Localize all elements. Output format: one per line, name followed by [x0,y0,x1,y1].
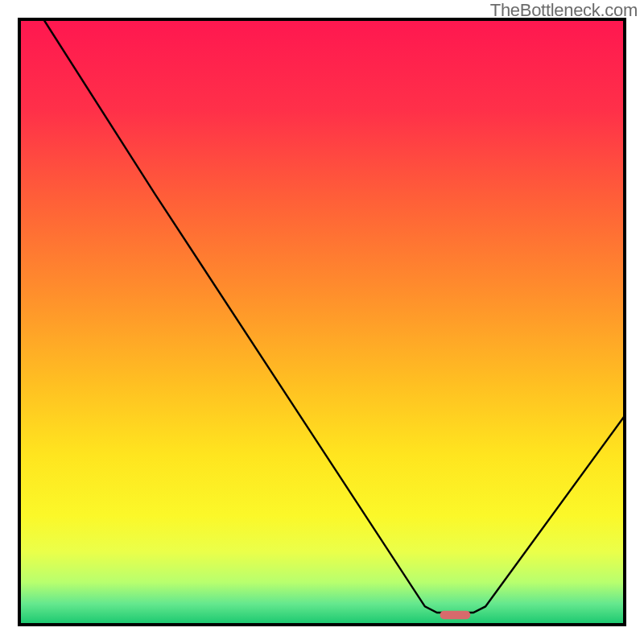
chart-container: TheBottleneck.com [0,0,644,644]
plot-area [19,19,625,625]
watermark-text: TheBottleneck.com [490,0,638,21]
optimal-marker [440,611,471,620]
bottleneck-chart [0,0,644,644]
